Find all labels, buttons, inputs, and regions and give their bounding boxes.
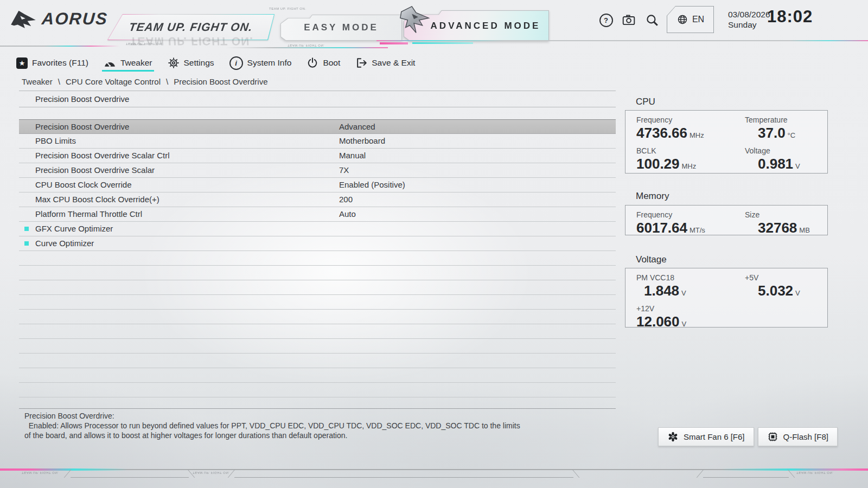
help-panel: Precision Boost Overdrive: Enabled: Allo… — [24, 411, 572, 440]
setting-label: Max CPU Boost Clock Override(+) — [35, 195, 159, 204]
menu-tweaker[interactable]: Tweaker — [104, 58, 152, 68]
sidebar-cpu-panel: Frequency 4736.66MHz Temperature 37.0°C … — [625, 110, 828, 174]
decor-microtext-bottom-1: TEAM UP. FIGHT ON. — [22, 471, 59, 474]
slogan-reflection: TEAM UP. FIGHT ON. — [112, 35, 271, 48]
setting-label: PBO Limits — [35, 136, 76, 145]
menu-settings[interactable]: Settings — [168, 57, 214, 69]
camera-icon — [622, 13, 636, 27]
chip-icon — [767, 431, 778, 442]
search-button[interactable] — [644, 12, 660, 28]
menu-settings-label: Settings — [184, 58, 214, 68]
setting-label: Platform Thermal Throttle Ctrl — [35, 209, 142, 219]
cpu-frequency-stat: Frequency 4736.66MHz — [636, 115, 745, 144]
memory-size-stat: Size 32768MB — [745, 210, 823, 239]
empty-row — [19, 280, 616, 295]
setting-row-pbo-scalar[interactable]: Precision Boost Overdrive Scalar 7X — [19, 163, 616, 178]
setting-row-curve-optimizer[interactable]: Curve Optimizer — [19, 236, 616, 251]
breadcrumb: Tweaker \ CPU Core Voltage Control \ Pre… — [22, 77, 268, 86]
empty-row — [19, 383, 616, 397]
setting-label: Precision Boost Overdrive — [35, 122, 129, 131]
help-button[interactable]: ? — [598, 12, 614, 28]
empty-row — [19, 354, 616, 368]
screenshot-button[interactable] — [621, 12, 636, 28]
qflash-label: Q-Flash [F8] — [783, 432, 828, 441]
breadcrumb-separator: \ — [166, 77, 168, 86]
decor-microtext-top: TEAM UP. FIGHT ON. — [269, 7, 306, 10]
setting-row-max-cpu-boost-clock-override[interactable]: Max CPU Boost Clock Override(+) 200 — [19, 192, 616, 207]
power-icon — [307, 57, 318, 69]
tab-easy-mode-label: EASY MODE — [281, 15, 401, 40]
time-text: 18:02 — [767, 7, 813, 27]
menu-favorites[interactable]: ★ Favorites (F11) — [16, 57, 88, 69]
tab-easy-mode[interactable]: EASY MODE — [280, 15, 402, 41]
help-line: Enabled: Allows Processor to run beyond … — [24, 421, 572, 431]
favorites-star-icon: ★ — [16, 57, 28, 69]
menu-boot-label: Boot — [323, 58, 340, 68]
logo-wordmark: AORUS — [41, 9, 108, 29]
setting-value: Auto — [339, 207, 356, 221]
fan-icon — [667, 431, 679, 442]
breadcrumb-item: Precision Boost Overdrive — [174, 77, 267, 86]
setting-row-pbo-scalar-ctrl[interactable]: Precision Boost Overdrive Scalar Ctrl Ma… — [19, 149, 616, 163]
aorus-falcon-icon — [10, 9, 37, 29]
decor-bottom-gradient-right — [722, 468, 868, 471]
menu-save-exit[interactable]: Save & Exit — [355, 57, 415, 69]
menu-boot[interactable]: Boot — [307, 57, 340, 69]
qflash-button[interactable]: Q-Flash [F8] — [758, 427, 838, 446]
main-menu: ★ Favorites (F11) Tweaker Settings i Sys… — [16, 54, 415, 72]
setting-label: CPU Boost Clock Override — [35, 180, 132, 189]
decor-microtext-2: TEAM UP. FIGHT ON. — [288, 44, 324, 47]
menu-save-exit-label: Save & Exit — [372, 58, 415, 68]
globe-icon — [676, 14, 688, 25]
empty-row — [19, 266, 616, 280]
help-title: Precision Boost Overdrive: — [24, 411, 572, 421]
bios-screen: AORUS TEAM UP. FIGHT ON. TEAM UP. FIGHT … — [0, 0, 868, 488]
gear-icon — [168, 57, 180, 69]
sidebar-voltage-title: Voltage — [636, 254, 667, 265]
menu-system-info[interactable]: i System Info — [229, 56, 292, 70]
setting-label: GFX Curve Optimizer — [35, 224, 113, 233]
setting-label: Curve Optimizer — [35, 239, 94, 248]
empty-row — [19, 310, 616, 324]
language-label: EN — [692, 15, 704, 24]
setting-row-pbo-limits[interactable]: PBO Limits Motherboard — [19, 134, 616, 149]
sidebar-memory-panel: Frequency 6017.64MT/s Size 32768MB — [625, 205, 828, 235]
decor-step-line — [703, 477, 789, 478]
smart-fan-button[interactable]: Smart Fan 6 [F6] — [658, 427, 754, 446]
decor-line-mid — [225, 47, 388, 48]
decor-microtext-bottom-3: TEAM UP. FIGHT ON. — [796, 471, 833, 474]
voltage-pmvcc18-stat: PM VCC18 1.848V — [636, 273, 745, 301]
decor-cyan-bar — [412, 42, 473, 44]
sidebar-voltage-panel: PM VCC18 1.848V +5V 5.032V +12V 12.060V — [625, 268, 828, 328]
decor-microtext-1: TEAM UP. FIGHT ON. — [126, 42, 163, 46]
gauge-icon — [104, 58, 116, 68]
empty-row — [19, 295, 616, 310]
setting-row-cpu-boost-clock-override[interactable]: CPU Boost Clock Override Enabled (Positi… — [19, 178, 616, 192]
setting-row-platform-thermal-throttle[interactable]: Platform Thermal Throttle Ctrl Auto — [19, 207, 616, 222]
empty-row — [19, 324, 616, 339]
sidebar-cpu-title: CPU — [636, 97, 655, 107]
decor-line-left — [0, 46, 126, 47]
setting-value: 7X — [339, 163, 349, 177]
settings-group-title: Precision Boost Overdrive — [19, 91, 616, 107]
decor-step-line — [234, 477, 573, 478]
setting-row-gfx-curve-optimizer[interactable]: GFX Curve Optimizer — [19, 222, 616, 236]
menu-system-info-label: System Info — [247, 58, 292, 68]
empty-row — [19, 339, 616, 354]
menu-tweaker-label: Tweaker — [120, 58, 152, 68]
voltage-12v-stat: +12V 12.060V — [636, 304, 745, 332]
info-icon: i — [229, 56, 243, 70]
exit-icon — [355, 57, 367, 69]
slogan-text: TEAM UP. FIGHT ON. — [129, 21, 254, 34]
help-line: of the board, and allows it to boost at … — [24, 431, 572, 440]
menu-favorites-label: Favorites (F11) — [32, 58, 88, 68]
language-selector[interactable]: EN — [667, 6, 714, 33]
submenu-bullet — [24, 241, 29, 246]
setting-value: Manual — [339, 149, 366, 163]
setting-value: Advanced — [339, 120, 375, 133]
day-text: Sunday — [728, 20, 770, 30]
breadcrumb-item: CPU Core Voltage Control — [66, 77, 161, 86]
breadcrumb-item: Tweaker — [22, 77, 53, 86]
setting-row-precision-boost-overdrive[interactable]: Precision Boost Overdrive Advanced — [19, 119, 616, 134]
decor-pink-bar — [380, 42, 408, 44]
